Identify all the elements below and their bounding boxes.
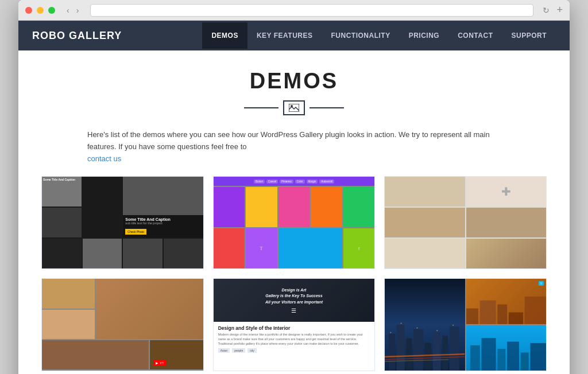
- svg-rect-18: [466, 309, 478, 325]
- demo-thumb-4: ▶ YT: [42, 279, 203, 371]
- title-line-right: [310, 107, 344, 108]
- demo-thumb-3: ✚: [385, 177, 546, 268]
- demo-thumb-6: V: [385, 279, 546, 371]
- nav-item-key-features[interactable]: KEY FEATURES: [247, 22, 322, 49]
- demo-item-6[interactable]: V: [384, 278, 547, 371]
- svg-rect-26: [507, 342, 519, 371]
- svg-line-17: [385, 360, 448, 361]
- nav-item-contact[interactable]: CONTACT: [448, 22, 502, 49]
- nav-links: DEMOS KEY FEATURES FUNCTIONALITY PRICING…: [202, 22, 556, 49]
- nav-link-contact[interactable]: CONTACT: [448, 22, 502, 49]
- site-nav: ROBO GALLERY DEMOS KEY FEATURES FUNCTION…: [18, 21, 570, 50]
- forward-button[interactable]: ›: [74, 5, 82, 16]
- close-button[interactable]: [25, 7, 32, 14]
- demo-thumb-5: Design is Art Gallery is the Key To Succ…: [214, 279, 375, 371]
- demo-item-1[interactable]: Some Title And Caption 📷 🐦: [41, 176, 204, 269]
- new-tab-button[interactable]: +: [556, 4, 563, 16]
- svg-rect-13: [437, 330, 438, 332]
- image-icon: [289, 104, 299, 112]
- svg-rect-21: [509, 313, 523, 325]
- svg-rect-24: [481, 338, 496, 371]
- page-description: Here's list of the demos where you can s…: [87, 129, 501, 165]
- title-line-left: [244, 107, 278, 108]
- demo-item-3[interactable]: ✚: [384, 176, 547, 269]
- svg-rect-19: [479, 301, 496, 324]
- browser-window: ‹ › ↻ + ROBO GALLERY DEMOS KEY FEATURES …: [18, 0, 570, 374]
- nav-item-demos[interactable]: DEMOS: [202, 22, 247, 49]
- svg-line-16: [385, 357, 465, 360]
- maximize-button[interactable]: [48, 7, 55, 14]
- svg-rect-11: [401, 323, 401, 324]
- demo-item-5[interactable]: Design is Art Gallery is the Key To Succ…: [213, 278, 376, 371]
- address-bar[interactable]: [90, 4, 533, 17]
- browser-titlebar: ‹ › ↻ +: [18, 0, 570, 21]
- nav-link-demos[interactable]: DEMOS: [202, 22, 247, 49]
- refresh-icon[interactable]: ↻: [543, 6, 550, 15]
- demo-thumb-2: Button Cancel Pinterest Color Margin Aut…: [214, 177, 375, 268]
- nav-link-support[interactable]: SUPPORT: [502, 22, 556, 49]
- svg-rect-22: [524, 297, 546, 324]
- svg-rect-20: [497, 305, 507, 325]
- page-content: DEMOS Here's list of the demos where you…: [18, 50, 570, 374]
- svg-rect-14: [453, 325, 454, 326]
- title-icon-box: [283, 100, 305, 115]
- back-button[interactable]: ‹: [64, 5, 72, 16]
- nav-item-functionality[interactable]: FUNCTIONALITY: [322, 22, 400, 49]
- demo-item-2[interactable]: Button Cancel Pinterest Color Margin Aut…: [213, 176, 376, 269]
- nav-item-pricing[interactable]: PRICING: [400, 22, 449, 49]
- page-title-decoration: [41, 100, 547, 115]
- page-title: DEMOS: [41, 69, 547, 94]
- nav-link-functionality[interactable]: FUNCTIONALITY: [322, 22, 400, 49]
- svg-rect-28: [530, 343, 546, 371]
- svg-rect-12: [417, 328, 417, 329]
- contact-us-link[interactable]: contact us: [87, 154, 121, 163]
- nav-link-pricing[interactable]: PRICING: [400, 22, 449, 49]
- minimize-button[interactable]: [37, 7, 44, 14]
- nav-item-support[interactable]: SUPPORT: [502, 22, 556, 49]
- svg-rect-25: [497, 349, 505, 371]
- svg-rect-10: [390, 332, 391, 333]
- site-logo: ROBO GALLERY: [32, 30, 122, 42]
- gallery-grid: Some Title And Caption 📷 🐦: [41, 176, 547, 374]
- svg-rect-27: [520, 353, 528, 371]
- svg-rect-23: [470, 345, 480, 371]
- demo-item-4[interactable]: ▶ YT: [41, 278, 204, 371]
- page-header: DEMOS: [41, 69, 547, 115]
- svg-line-15: [385, 354, 465, 357]
- nav-link-key-features[interactable]: KEY FEATURES: [247, 22, 322, 49]
- demo-thumb-1: Some Title And Caption 📷 🐦: [42, 177, 203, 268]
